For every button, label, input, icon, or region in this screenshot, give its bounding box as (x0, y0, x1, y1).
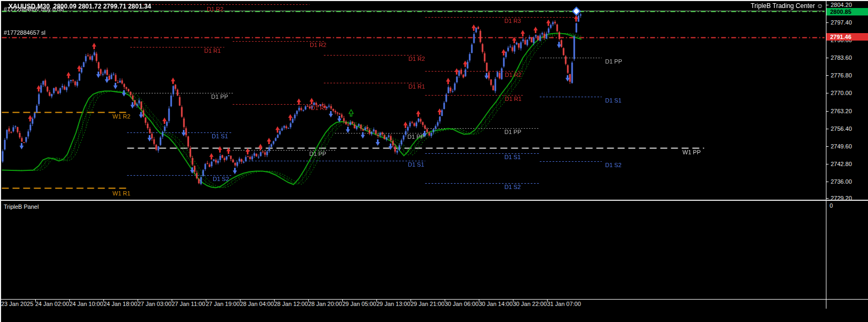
brand-text: TripleB Trading Center (751, 2, 815, 10)
time-axis-label: 30 Jan 06:00 (445, 301, 479, 307)
price-axis-label: 2763.20 (831, 108, 868, 114)
pivot-label-d1-s2: D1 S2 (605, 162, 622, 168)
time-axis-label: 30 Jan 22:00 (513, 301, 547, 307)
candlestick-chart-canvas[interactable] (0, 0, 826, 200)
price-axis-label: 2736.00 (831, 178, 868, 185)
pivot-label-d1-r1: D1 R1 (311, 105, 327, 111)
price-tick-mark (826, 22, 829, 23)
price-axis-label: 2797.40 (831, 19, 868, 26)
pivot-label-d1-r1: D1 R1 (505, 96, 521, 102)
bid-price-tag: 2800.85 (826, 8, 868, 15)
pivot-label-d1-r2: D1 R2 (310, 42, 326, 48)
pivot-label-d1-s2: D1 S2 (213, 176, 229, 182)
window-border-top (0, 0, 868, 1)
price-tick-mark (826, 198, 829, 199)
price-axis-label: 2749.60 (831, 143, 868, 150)
price-axis-label: 2804.20 (831, 2, 868, 8)
pivot-label-d1-s2: D1 S2 (504, 184, 521, 190)
time-axis-label: 28 Jan 12:00 (274, 301, 308, 307)
time-axis-label: 24 Jan 02:00 (35, 301, 69, 307)
pivot-label-d1-pp: D1 PP (309, 151, 326, 157)
indicator-panel-title: TripleB Panel (4, 203, 39, 210)
price-axis-label: 2783.60 (831, 54, 868, 61)
pivot-label-d1-pp: D1 PP (605, 59, 622, 65)
time-axis-label: 24 Jan 18:00 (103, 301, 138, 307)
time-axis-border (0, 299, 868, 300)
pivot-label-d1-pp: D1 PP (407, 134, 424, 140)
pivot-label-d1-r2: D1 R2 (505, 72, 521, 78)
panel-separator[interactable] (0, 200, 868, 201)
pivot-label-d1-pp: D1 PP (211, 94, 228, 100)
pivot-label-d1-pp: D1 PP (504, 129, 521, 135)
price-tick-mark (826, 182, 829, 182)
time-axis-label: 28 Jan 20:00 (308, 301, 342, 307)
time-axis-label: 23 Jan 2025 (1, 301, 34, 307)
pivot-label-d1-r3: D1 R3 (504, 18, 521, 24)
time-axis-label: 30 Jan 14:00 (479, 301, 513, 307)
price-tick-mark (826, 5, 829, 5)
pivot-label-d1-s1: D1 S1 (408, 162, 424, 168)
panel-scale-zero: 0 (830, 202, 833, 209)
pivot-label-d1-r1: D1 R1 (204, 48, 221, 54)
price-tick-mark (826, 164, 829, 164)
time-axis-label: 29 Jan 21:00 (411, 301, 445, 307)
price-axis-label: 2742.80 (831, 161, 868, 167)
pivot-label-d1-s1: D1 S1 (212, 133, 228, 139)
time-axis-label: 29 Jan 05:00 (342, 301, 376, 307)
time-axis-label: 27 Jan 11:00 (172, 301, 205, 307)
pivot-label-w1-r1: W1 R1 (112, 191, 131, 197)
time-axis-label: 31 Jan 07:00 (547, 301, 581, 307)
window-border-left (0, 0, 1, 322)
price-tick-mark (826, 146, 829, 147)
pivot-label-w1-r2: W1 R2 (112, 114, 131, 120)
pivot-label-d1-r2: D1 R2 (408, 56, 425, 62)
time-axis-label: 24 Jan 10:00 (69, 301, 103, 307)
price-tick-mark (826, 129, 829, 129)
pivot-label-d1-s1: D1 S1 (605, 98, 622, 104)
pivot-label-d1-r2: D1 R2 (207, 6, 223, 12)
time-axis-label: 28 Jan 04:00 (240, 301, 274, 307)
brand-caption: TripleB Trading Center ☺ (751, 2, 823, 10)
time-axis-label: 27 Jan 19:00 (206, 301, 240, 307)
smiley-icon: ☺ (817, 2, 823, 10)
time-axis-label: 27 Jan 03:00 (138, 301, 172, 307)
pivot-label-w1-pp: W1 PP (682, 150, 701, 155)
sl-price-tag: 2791.46 (826, 33, 868, 41)
pivot-label-d1-r1: D1 R1 (408, 84, 425, 90)
time-axis-label: 29 Jan 13:00 (376, 301, 411, 307)
buy-order-line-label: #1772884657 buy 0.08 (4, 6, 64, 12)
price-tick-mark (826, 111, 829, 112)
price-tick-mark (826, 58, 829, 58)
sl-order-line-label: #1772884657 sl (4, 29, 45, 36)
price-axis-label: 2770.00 (831, 90, 868, 96)
price-tick-mark (826, 93, 829, 93)
price-axis-label: 2776.80 (831, 72, 868, 78)
pivot-label-d1-s1: D1 S1 (504, 154, 521, 160)
price-tick-mark (826, 75, 829, 76)
mt4-chart-window: D1 R2D1 R1D1 PPD1 S1D1 S2D1 R2D1 R1D1 PP… (0, 0, 868, 322)
price-axis-label: 2756.40 (831, 125, 868, 132)
price-axis-border (826, 0, 826, 309)
